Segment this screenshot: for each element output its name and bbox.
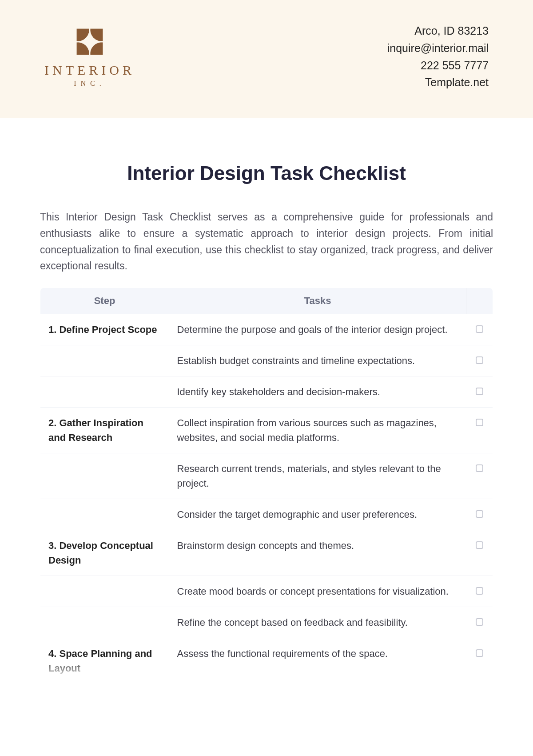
task-cell: Create mood boards or concept presentati…	[169, 576, 466, 607]
table-row: 2. Gather Inspiration and ResearchCollec…	[40, 408, 493, 453]
checkbox-cell	[466, 376, 493, 408]
task-cell: Refine the concept based on feedback and…	[169, 607, 466, 638]
step-cell	[40, 499, 169, 530]
checkbox[interactable]	[476, 419, 483, 426]
task-cell: Identify key stakeholders and decision-m…	[169, 376, 466, 408]
contact-address: Arco, ID 83213	[387, 22, 489, 40]
checkbox-cell	[466, 345, 493, 376]
col-header-check	[466, 288, 493, 314]
task-cell: Brainstorm design concepts and themes.	[169, 530, 466, 576]
contact-site: Template.net	[387, 74, 489, 91]
table-header-row: Step Tasks	[40, 288, 493, 314]
logo-icon	[74, 26, 105, 57]
checkbox-cell	[466, 576, 493, 607]
checkbox[interactable]	[476, 464, 483, 472]
checkbox-cell	[466, 408, 493, 453]
step-cell	[40, 453, 169, 499]
contact-block: Arco, ID 83213 inquire@interior.mail 222…	[387, 22, 489, 91]
contact-phone: 222 555 7777	[387, 57, 489, 74]
checkbox[interactable]	[476, 587, 483, 595]
table-row: Create mood boards or concept presentati…	[40, 576, 493, 607]
step-cell: 1. Define Project Scope	[40, 314, 169, 345]
checkbox-cell	[466, 607, 493, 638]
task-cell: Determine the purpose and goals of the i…	[169, 314, 466, 345]
document-header: INTERIOR INC. Arco, ID 83213 inquire@int…	[0, 0, 533, 118]
company-logo: INTERIOR INC.	[44, 26, 135, 88]
checkbox-cell	[466, 638, 493, 684]
task-cell: Research current trends, materials, and …	[169, 453, 466, 499]
step-cell	[40, 345, 169, 376]
step-cell: 4. Space Planning and Layout	[40, 638, 169, 684]
contact-email: inquire@interior.mail	[387, 40, 489, 57]
checkbox-cell	[466, 530, 493, 576]
task-cell: Establish budget constraints and timelin…	[169, 345, 466, 376]
intro-paragraph: This Interior Design Task Checklist serv…	[40, 209, 493, 274]
table-row: 1. Define Project ScopeDetermine the pur…	[40, 314, 493, 345]
checkbox[interactable]	[476, 510, 483, 518]
step-cell: 2. Gather Inspiration and Research	[40, 408, 169, 453]
checkbox[interactable]	[476, 618, 483, 626]
checkbox-cell	[466, 453, 493, 499]
table-row: Establish budget constraints and timelin…	[40, 345, 493, 376]
table-row: 4. Space Planning and LayoutAssess the f…	[40, 638, 493, 684]
checkbox[interactable]	[476, 541, 483, 549]
table-row: Consider the target demographic and user…	[40, 499, 493, 530]
task-cell: Consider the target demographic and user…	[169, 499, 466, 530]
checkbox-cell	[466, 499, 493, 530]
checkbox[interactable]	[476, 388, 483, 395]
logo-wordmark: INTERIOR	[44, 63, 135, 78]
task-cell: Assess the functional requirements of th…	[169, 638, 466, 684]
checkbox-cell	[466, 314, 493, 345]
col-header-step: Step	[40, 288, 169, 314]
step-cell: 3. Develop Conceptual Design	[40, 530, 169, 576]
checkbox[interactable]	[476, 325, 483, 333]
task-cell: Collect inspiration from various sources…	[169, 408, 466, 453]
page-title: Interior Design Task Checklist	[40, 162, 493, 184]
checkbox[interactable]	[476, 649, 483, 657]
table-row: Identify key stakeholders and decision-m…	[40, 376, 493, 408]
col-header-tasks: Tasks	[169, 288, 466, 314]
checkbox[interactable]	[476, 356, 483, 364]
step-cell	[40, 607, 169, 638]
step-cell	[40, 576, 169, 607]
document-body: Interior Design Task Checklist This Inte…	[0, 118, 533, 684]
checklist-table: Step Tasks 1. Define Project ScopeDeterm…	[40, 288, 493, 684]
table-row: Refine the concept based on feedback and…	[40, 607, 493, 638]
table-row: 3. Develop Conceptual DesignBrainstorm d…	[40, 530, 493, 576]
logo-subtext: INC.	[44, 80, 135, 88]
step-cell	[40, 376, 169, 408]
table-row: Research current trends, materials, and …	[40, 453, 493, 499]
